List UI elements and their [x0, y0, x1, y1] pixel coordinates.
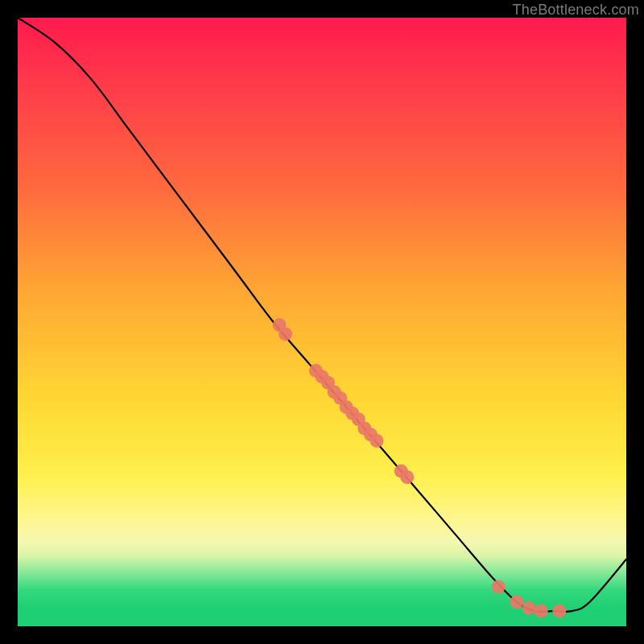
- chart-scatter-dots: [273, 318, 567, 617]
- scatter-dot: [400, 470, 414, 484]
- chart-plot-area: [18, 18, 626, 626]
- scatter-dot: [279, 328, 292, 341]
- scatter-dot: [492, 580, 506, 593]
- chart-frame: TheBottleneck.com: [0, 0, 644, 644]
- scatter-dot: [552, 605, 566, 618]
- watermark-text: TheBottleneck.com: [513, 2, 639, 19]
- chart-svg: [18, 18, 626, 626]
- chart-curve: [18, 18, 626, 612]
- scatter-dot: [370, 434, 384, 448]
- scatter-dot: [535, 605, 548, 618]
- scatter-dot: [522, 601, 536, 615]
- scatter-dot: [510, 595, 523, 609]
